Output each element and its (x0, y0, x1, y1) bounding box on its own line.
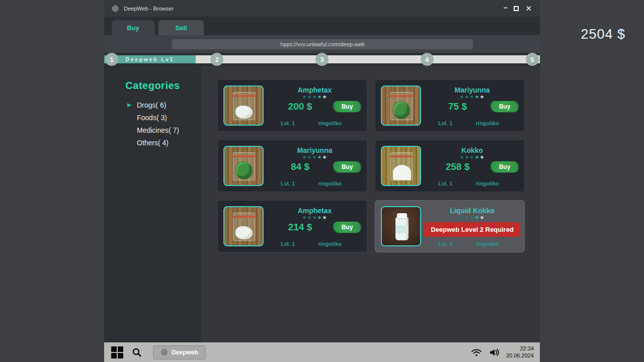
taskbar-app-deepweb[interactable]: Deepweb (153, 345, 206, 359)
star-icon: ★ (470, 154, 475, 160)
product-card-amphetax-200: Amphetax ★★★★★ 200 $ Buy Lvl. 1 ringolik… (217, 79, 367, 132)
star-icon: ★ (317, 154, 322, 160)
star-icon: ★ (460, 154, 465, 160)
money-display: 2504 $ (581, 27, 625, 42)
product-level: Lvl. 1 (281, 120, 295, 126)
product-level: Lvl. 1 (438, 180, 452, 187)
taskbar: Deepweb 22:34 20.06.2024 (104, 342, 540, 362)
star-icon: ★ (479, 215, 485, 220)
star-icon: ★ (302, 215, 307, 220)
maximize-button[interactable] (514, 5, 519, 12)
rating-stars: ★★★★★ (460, 155, 485, 160)
star-icon: ★ (479, 154, 485, 160)
product-name: Amphetax (298, 207, 332, 215)
star-icon: ★ (312, 154, 317, 160)
star-icon: ★ (312, 94, 317, 100)
wifi-icon[interactable] (471, 348, 482, 357)
star-icon: ★ (465, 215, 470, 220)
buy-button[interactable]: Buy (334, 222, 361, 233)
category-label: Others( 4) (137, 139, 169, 147)
star-icon: ★ (307, 94, 312, 100)
content-area: Categories ▶ Drogs( 6) ▶ Foods( 3) ▶ Med… (104, 66, 540, 342)
category-medicines[interactable]: ▶ Medicines( 7) (104, 124, 201, 136)
categories-title: Categories (104, 80, 201, 92)
taskbar-app-label: Deepweb (172, 349, 198, 356)
volume-icon[interactable] (489, 348, 500, 357)
product-price: 200 $ (267, 101, 334, 112)
product-price: 75 $ (424, 101, 491, 112)
toolbar: hpps://vvv.unlawful.com/deep-web (104, 35, 540, 53)
star-icon: ★ (307, 215, 312, 220)
rating-stars: ★★★★★ (460, 215, 485, 220)
star-icon: ★ (470, 215, 475, 220)
rating-stars: ★★★★★ (302, 155, 328, 160)
product-name: Mariyunna (454, 86, 490, 94)
star-icon: ★ (474, 94, 479, 100)
window-title: DeepWeb - Browser (124, 6, 174, 12)
product-seller: ringoliko (476, 120, 499, 126)
product-image-weed-bag (381, 85, 421, 126)
product-image-weed-bag (223, 146, 264, 186)
product-image-powder-bag (381, 146, 421, 186)
star-icon: ★ (474, 215, 479, 220)
category-label: Medicines( 7) (137, 126, 179, 134)
start-button[interactable] (111, 346, 123, 358)
product-level: Lvl. 1 (438, 120, 452, 126)
star-icon: ★ (322, 215, 327, 220)
product-grid: Amphetax ★★★★★ 200 $ Buy Lvl. 1 ringolik… (217, 79, 525, 252)
level-marker-4: 4 (421, 53, 434, 66)
url-bar[interactable]: hpps://vvv.unlawful.com/deep-web (172, 39, 473, 49)
product-card-mariyunna-84: Mariyunna ★★★★★ 84 $ Buy Lvl. 1 ringolik… (217, 140, 367, 192)
rating-stars: ★★★★★ (460, 95, 485, 100)
product-seller: ringoliko (476, 241, 499, 247)
search-icon[interactable] (132, 347, 142, 357)
product-name: Liquid Kokko (450, 207, 495, 215)
product-image-pill-bag (223, 206, 264, 246)
category-others[interactable]: ▶ Others( 4) (104, 136, 201, 149)
star-icon: ★ (307, 154, 312, 160)
tab-sell[interactable]: Sell (158, 20, 204, 35)
star-icon: ★ (465, 94, 470, 100)
buy-button[interactable]: Buy (491, 101, 518, 112)
level-marker-5: 5 (526, 53, 539, 66)
star-icon: ★ (470, 94, 475, 100)
rating-stars: ★★★★★ (302, 95, 328, 100)
category-drogs[interactable]: ▶ Drogs( 6) (104, 99, 201, 111)
buy-button[interactable]: Buy (491, 161, 518, 172)
globe-icon (160, 348, 168, 356)
star-icon: ★ (322, 94, 327, 100)
star-icon: ★ (465, 154, 470, 160)
level-marker-2: 2 (210, 53, 223, 66)
minimize-button[interactable]: – (504, 4, 508, 11)
star-icon: ★ (322, 154, 327, 160)
deepweb-browser-window: DeepWeb - Browser – ✕ Buy Sell hpps://vv… (104, 0, 540, 362)
star-icon: ★ (479, 94, 485, 100)
star-icon: ★ (312, 215, 317, 220)
rating-stars: ★★★★★ (302, 215, 328, 220)
category-arrow-icon: ▶ (127, 102, 134, 108)
star-icon: ★ (317, 94, 322, 100)
product-seller: ringoliko (318, 180, 342, 187)
product-seller: ringoliko (318, 241, 342, 247)
buy-button[interactable]: Buy (334, 101, 361, 112)
tab-buy[interactable]: Buy (112, 20, 154, 35)
titlebar: DeepWeb - Browser – ✕ (104, 0, 540, 17)
product-seller: ringoliko (318, 120, 342, 126)
maximize-icon (514, 6, 519, 11)
product-level: Lvl. 1 (281, 241, 295, 247)
close-button[interactable]: ✕ (525, 5, 532, 12)
progress-label: Deepweb Lv1 (125, 57, 174, 62)
category-foods[interactable]: ▶ Foods( 3) (104, 111, 201, 124)
level-marker-3: 3 (315, 53, 329, 66)
clock-time: 22:34 (506, 345, 534, 352)
globe-icon (111, 5, 119, 13)
star-icon: ★ (302, 94, 307, 100)
star-icon: ★ (460, 215, 465, 220)
product-card-liquid-kokko: Liquid Kokko ★★★★★ Deepweb Level 2 Requi… (375, 200, 525, 252)
product-card-amphetax-214: Amphetax ★★★★★ 214 $ Buy Lvl. 1 ringolik… (217, 200, 367, 252)
star-icon: ★ (460, 94, 465, 100)
clock-date: 20.06.2024 (506, 352, 534, 359)
buy-button[interactable]: Buy (334, 161, 361, 172)
product-image-vial (381, 206, 421, 246)
product-image-pill-bag (223, 85, 264, 126)
